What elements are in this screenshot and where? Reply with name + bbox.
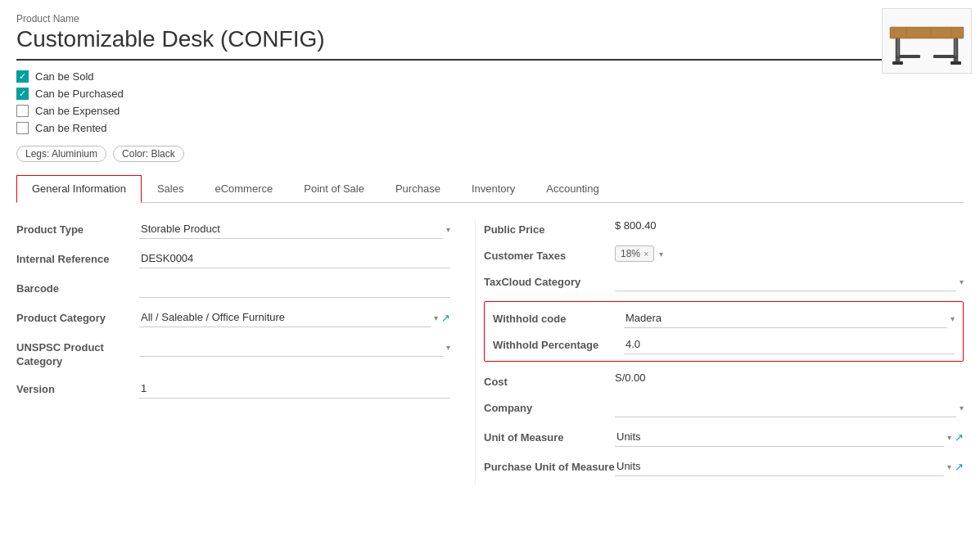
product-title: Customizable Desk (CONFIG) (16, 26, 939, 52)
product-title-row: Customizable Desk (CONFIG) EN (16, 26, 964, 61)
public-price-display: $ 800.40 (615, 216, 657, 232)
unit-of-measure-dropdown-icon: ▾ (947, 433, 951, 442)
company-row: Company ▾ (484, 398, 964, 417)
unit-of-measure-select[interactable]: Units (615, 427, 944, 447)
unspsc-label: UNSPSC Product Category (16, 337, 139, 369)
product-category-ext-link[interactable]: ↗ (441, 312, 450, 324)
tags-group: Legs: Aluminium Color: Black (16, 146, 964, 162)
checkbox-can-be-rented[interactable]: Can be Rented (16, 122, 964, 134)
withhold-code-row: Withhold code Madera ▾ (493, 309, 955, 328)
public-price-row: Public Price $ 800.40 (484, 219, 964, 236)
taxcloud-row: TaxCloud Category ▾ (484, 272, 964, 291)
customer-taxes-value: 18% × ▾ (615, 245, 964, 262)
cost-row: Cost S/0.00 (484, 372, 964, 388)
product-category-label: Product Category (16, 308, 139, 324)
version-input[interactable] (139, 379, 450, 399)
checkbox-can-be-expensed-label: Can be Expensed (35, 105, 120, 117)
internal-reference-row: Internal Reference (16, 249, 450, 268)
product-name-label: Product Name (16, 13, 964, 25)
company-select[interactable] (615, 398, 956, 417)
withhold-section: Withhold code Madera ▾ Withhold Percenta… (484, 301, 964, 362)
withhold-code-value: Madera ▾ (624, 309, 955, 328)
svg-rect-11 (897, 38, 899, 56)
tag-legs[interactable]: Legs: Aluminium (16, 146, 106, 162)
cost-label: Cost (484, 372, 615, 388)
withhold-code-select[interactable]: Madera (624, 309, 947, 328)
internal-reference-label: Internal Reference (16, 249, 139, 265)
withhold-pct-input[interactable] (624, 335, 955, 354)
unspsc-select[interactable] (139, 337, 443, 357)
taxcloud-label: TaxCloud Category (484, 272, 615, 288)
product-category-dropdown-icon: ▾ (434, 313, 438, 322)
unspsc-row: UNSPSC Product Category ▾ (16, 337, 450, 369)
purchase-unit-dropdown-icon: ▾ (947, 462, 951, 471)
customer-taxes-label: Customer Taxes (484, 245, 615, 262)
checkbox-can-be-sold-label: Can be Sold (35, 70, 94, 83)
unit-of-measure-label: Unit of Measure (484, 427, 615, 444)
checkbox-can-be-purchased-box[interactable] (16, 88, 29, 100)
product-type-value: Storable Product ▾ (139, 219, 450, 239)
customer-taxes-row: Customer Taxes 18% × ▾ (484, 245, 964, 262)
company-value: ▾ (615, 398, 964, 417)
svg-rect-0 (890, 27, 964, 38)
unit-of-measure-ext-link[interactable]: ↗ (955, 431, 964, 444)
taxcloud-select[interactable] (615, 272, 956, 291)
taxcloud-select-wrap: ▾ (615, 272, 964, 291)
internal-reference-value (139, 249, 450, 268)
tabs-bar: General Information Sales eCommerce Poin… (16, 175, 964, 203)
svg-rect-12 (955, 38, 956, 56)
checkbox-can-be-rented-box[interactable] (16, 122, 29, 134)
barcode-value (139, 278, 450, 298)
svg-rect-10 (951, 61, 961, 65)
company-select-wrap: ▾ (615, 398, 964, 417)
barcode-row: Barcode (16, 278, 450, 298)
tab-general-information[interactable]: General Information (16, 175, 142, 203)
unspsc-select-wrap: ▾ (139, 337, 450, 357)
checkboxes-group: Can be Sold Can be Purchased Can be Expe… (16, 70, 964, 134)
tax-badge: 18% × (615, 245, 654, 262)
tab-inventory[interactable]: Inventory (456, 175, 531, 202)
purchase-unit-ext-link[interactable]: ↗ (955, 461, 964, 473)
customer-taxes-dropdown-icon[interactable]: ▾ (659, 250, 663, 259)
purchase-unit-label: Purchase Unit of Measure (484, 457, 615, 475)
product-type-select[interactable]: Storable Product (139, 219, 443, 239)
tab-point-of-sale[interactable]: Point of Sale (288, 175, 380, 202)
withhold-code-dropdown-icon: ▾ (951, 314, 955, 323)
taxcloud-dropdown-icon: ▾ (960, 277, 964, 286)
form-left: Product Type Storable Product ▾ Internal… (16, 219, 475, 486)
tab-accounting[interactable]: Accounting (531, 175, 614, 202)
tag-color[interactable]: Color: Black (113, 146, 184, 162)
product-category-row: Product Category All / Saleable / Office… (16, 308, 450, 327)
version-row: Version (16, 379, 450, 399)
unit-of-measure-row: Unit of Measure Units ▾ ↗ (484, 427, 964, 447)
checkbox-can-be-expensed-box[interactable] (16, 105, 29, 117)
unspsc-dropdown-icon: ▾ (446, 343, 450, 352)
product-type-select-wrap: Storable Product ▾ (139, 219, 450, 239)
checkbox-can-be-purchased[interactable]: Can be Purchased (16, 88, 964, 100)
product-category-select[interactable]: All / Saleable / Office Furniture (139, 308, 431, 327)
checkbox-can-be-expensed[interactable]: Can be Expensed (16, 105, 964, 117)
unit-of-measure-value: Units ▾ ↗ (615, 427, 964, 447)
withhold-pct-row: Withhold Percentage (493, 335, 955, 354)
purchase-unit-select[interactable]: Units (615, 457, 944, 476)
checkbox-can-be-sold-box[interactable] (16, 70, 29, 83)
tax-badge-close[interactable]: × (644, 249, 648, 259)
svg-rect-7 (896, 55, 920, 58)
barcode-label: Barcode (16, 278, 139, 295)
version-value (139, 379, 450, 399)
barcode-input[interactable] (139, 278, 450, 298)
purchase-unit-row-inner: Units ▾ ↗ (615, 457, 964, 476)
tab-ecommerce[interactable]: eCommerce (199, 175, 288, 202)
version-label: Version (16, 379, 139, 395)
checkbox-can-be-sold[interactable]: Can be Sold (16, 70, 964, 83)
page-container: Product Name Customizable Desk (CONFIG) … (0, 0, 980, 499)
svg-rect-9 (892, 61, 903, 65)
product-category-select-wrap: All / Saleable / Office Furniture ▾ ↗ (139, 308, 450, 327)
unit-of-measure-row-inner: Units ▾ ↗ (615, 427, 964, 447)
tab-sales[interactable]: Sales (142, 175, 200, 202)
internal-reference-input[interactable] (139, 249, 450, 268)
taxcloud-value: ▾ (615, 272, 964, 291)
withhold-pct-label: Withhold Percentage (493, 339, 624, 351)
tab-purchase[interactable]: Purchase (380, 175, 456, 202)
checkbox-can-be-rented-label: Can be Rented (35, 122, 106, 134)
